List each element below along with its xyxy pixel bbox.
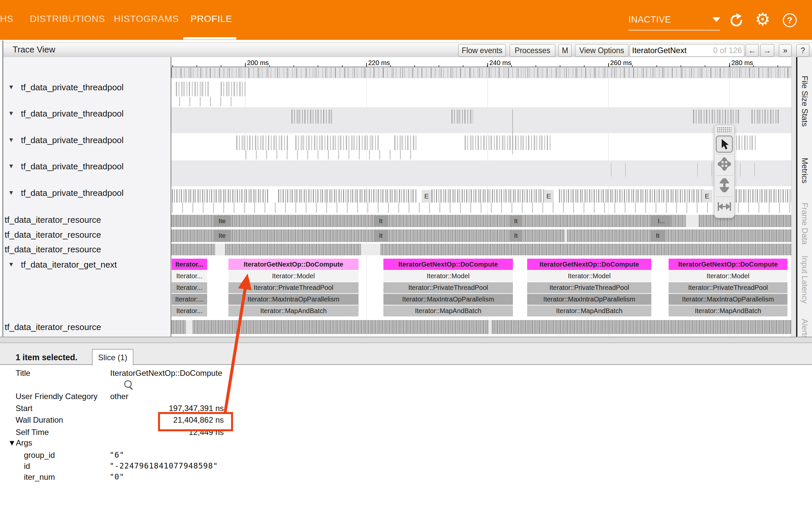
slice-child[interactable]: Iterator::PrivateThreadPool	[228, 282, 359, 293]
hatch-gap	[564, 229, 567, 242]
slice-iterator-get-next[interactable]: IteratorGetNextOp::DoCompute	[228, 259, 359, 270]
slice-child[interactable]: Iterator::PrivateThreadPool	[527, 282, 651, 293]
resource-slice-band[interactable]	[171, 244, 791, 255]
event-marker[interactable]: E	[422, 190, 432, 202]
collapse-arrow-icon[interactable]: ▾	[9, 188, 13, 197]
chevron-down-icon[interactable]	[713, 17, 721, 22]
track-label: tf_data_private_threadpool	[21, 109, 124, 119]
resource-slice-label[interactable]: It	[651, 230, 664, 241]
args-header-label: Args	[16, 438, 32, 447]
slice-iterator-get-next[interactable]: Iterator...	[172, 259, 207, 270]
vertical-scrollbar[interactable]	[791, 57, 796, 337]
gear-icon[interactable]: ⚙	[755, 12, 771, 27]
args-section-header[interactable]: ▼Args	[8, 438, 32, 448]
track-label-row[interactable]: ▾tf_data_private_threadpool	[3, 108, 171, 120]
palette-drag-handle[interactable]	[717, 127, 732, 133]
track-label-row[interactable]: tf_data_iterator_resource	[3, 214, 171, 226]
track-label-row[interactable]: tf_data_iterator_resource	[3, 244, 171, 256]
event-marker[interactable]: E	[544, 190, 554, 202]
side-tab-frame-data[interactable]: Frame Data	[800, 202, 809, 245]
track-label-row[interactable]: ▾tf_data_private_threadpool	[3, 161, 171, 173]
track-label-row[interactable]: tf_data_iterator_resource	[3, 229, 171, 241]
slice-child[interactable]: Iterator::MaxIntraOpParallelism	[527, 294, 651, 305]
side-tab-file-size-stats[interactable]: File Size Stats	[800, 76, 809, 127]
find-next-button[interactable]: →	[760, 44, 774, 57]
side-tab-alerts[interactable]: Alerts	[800, 319, 809, 337]
resource-slice-band[interactable]	[171, 229, 791, 242]
zoom-tool-button[interactable]	[716, 177, 733, 194]
slice-child[interactable]: Iterator::MaxIntraOpParallelism	[228, 294, 359, 305]
detail-field-value: IteratorGetNextOp::DoCompute	[110, 368, 222, 378]
help-button[interactable]: ?	[796, 44, 809, 57]
tab-slice[interactable]: Slice (1)	[92, 349, 134, 365]
selection-tool-button[interactable]	[716, 136, 733, 153]
slice-iterator-get-next[interactable]: IteratorGetNextOp::DoCompute	[383, 259, 513, 270]
metadata-button[interactable]: M	[558, 44, 572, 57]
track-label-row[interactable]: ▾tf_data_iterator_get_next	[3, 259, 171, 271]
search-input[interactable]: IteratorGetNext 0 of 126	[630, 44, 744, 57]
slice-child[interactable]: Iterator::MapAndBatch	[668, 306, 787, 316]
processes-button[interactable]: Processes	[510, 44, 555, 57]
magnifier-icon[interactable]	[124, 380, 132, 388]
run-selector[interactable]: INACTIVE	[628, 15, 671, 25]
slice-child[interactable]: Iterator::MapAndBatch	[383, 306, 513, 316]
tab-profile[interactable]: PROFILE	[191, 0, 232, 38]
expand-button[interactable]: »	[779, 44, 792, 57]
resource-slice-label[interactable]: It	[509, 215, 523, 226]
timeline-ruler[interactable]: 200 ms220 ms240 ms260 ms280 ms	[171, 58, 791, 67]
resource-slice-label[interactable]: It	[374, 215, 387, 226]
side-tab-metrics[interactable]: Metrics	[800, 158, 809, 183]
tick-cluster	[221, 82, 246, 96]
panel-splitter[interactable]	[0, 337, 812, 344]
slice-child[interactable]: Iterator...	[172, 306, 207, 316]
resource-slice-label[interactable]: Ite	[213, 215, 231, 226]
tick-cluster	[246, 150, 418, 159]
track-label-row[interactable]: ▾tf_data_private_threadpool	[3, 135, 171, 146]
slice-child[interactable]: Iterator...	[172, 282, 207, 293]
pan-tool-button[interactable]	[716, 155, 733, 173]
slice-child[interactable]: Iterator:...	[172, 294, 207, 305]
tab-distributions[interactable]: DISTRIBUTIONS	[30, 0, 105, 38]
slice-iterator-get-next[interactable]: IteratorGetNextOp::DoCompute	[527, 259, 651, 270]
slice-child[interactable]: Iterator::PrivateThreadPool	[668, 282, 787, 293]
resource-slice-label[interactable]: It	[374, 230, 387, 241]
collapse-arrow-icon[interactable]: ▾	[9, 162, 13, 170]
resource-slice-label[interactable]: I...	[652, 215, 671, 226]
tab-histograms[interactable]: HISTOGRAMS	[114, 0, 179, 38]
slice-child[interactable]: Iterator::MapAndBatch	[527, 306, 651, 316]
slice-child[interactable]: Iterator::MaxIntraOpParallelism	[383, 294, 513, 305]
slice-child[interactable]: Iterator...	[172, 271, 207, 282]
side-tab-input-latency[interactable]: Input Latency	[800, 256, 809, 304]
collapse-arrow-icon[interactable]: ▾	[9, 136, 13, 144]
profiler-page: HS DISTRIBUTIONS HISTOGRAMS PROFILE INAC…	[0, 0, 812, 505]
hatch-gap	[686, 215, 698, 227]
view-options-button[interactable]: View Options	[575, 44, 628, 57]
resource-slice-band[interactable]	[171, 320, 791, 334]
slice-child[interactable]: Iterator::MaxIntraOpParallelism	[668, 294, 787, 305]
event-marker[interactable]: E	[702, 190, 712, 202]
top-navbar: HS DISTRIBUTIONS HISTOGRAMS PROFILE INAC…	[0, 0, 812, 40]
slice-child[interactable]: Iterator::PrivateThreadPool	[383, 282, 513, 293]
tick-cluster	[295, 136, 378, 150]
slice-iterator-get-next[interactable]: IteratorGetNextOp::DoCompute	[668, 259, 787, 270]
track-label-row[interactable]: tf_data_iterator_resource	[3, 321, 171, 333]
collapse-arrow-icon[interactable]: ▾	[9, 260, 13, 269]
refresh-icon[interactable]	[728, 13, 744, 28]
find-prev-button[interactable]: ←	[746, 44, 759, 57]
timeline-track-area[interactable]: 200 ms220 ms240 ms260 ms280 msEEEIteItIt…	[171, 57, 791, 337]
slice-child[interactable]: Iterator::Model	[527, 271, 651, 282]
slice-child[interactable]: Iterator::MapAndBatch	[228, 306, 359, 316]
timing-tool-button[interactable]	[716, 198, 733, 215]
slice-child[interactable]: Iterator::Model	[228, 271, 359, 282]
flow-events-button[interactable]: Flow events	[458, 44, 506, 57]
help-icon[interactable]: ?	[783, 13, 797, 27]
collapse-arrow-icon[interactable]: ▾	[9, 83, 13, 91]
slice-child[interactable]: Iterator::Model	[383, 271, 513, 282]
tab-graphs-partial[interactable]: HS	[0, 0, 14, 38]
resource-slice-label[interactable]: It	[509, 230, 523, 241]
resource-slice-label[interactable]: Ite	[213, 230, 231, 241]
track-label-row[interactable]: ▾tf_data_private_threadpool	[3, 82, 171, 94]
slice-child[interactable]: Iterator::Model	[668, 271, 787, 282]
collapse-arrow-icon[interactable]: ▾	[9, 109, 13, 118]
track-label-row[interactable]: ▾tf_data_private_threadpool	[3, 187, 171, 199]
